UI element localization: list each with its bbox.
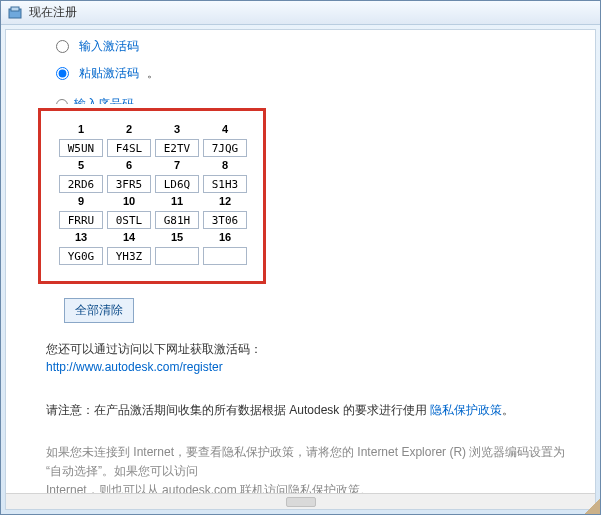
code-cell-input[interactable] <box>203 247 247 265</box>
code-header: 16 <box>203 231 247 245</box>
scrollbar-thumb[interactable] <box>286 497 316 507</box>
code-header: 15 <box>155 231 199 245</box>
code-cell-input[interactable] <box>107 211 151 229</box>
radio-paste-code-label: 粘贴激活码 <box>79 65 139 82</box>
code-header: 10 <box>107 195 151 209</box>
code-cell-input[interactable] <box>203 139 247 157</box>
horizontal-scrollbar[interactable] <box>6 493 595 509</box>
code-cell-input[interactable] <box>203 211 247 229</box>
code-cell-input[interactable] <box>59 247 103 265</box>
code-cell-input[interactable] <box>59 211 103 229</box>
content-area: 输入激活码 粘贴激活码。 输入序号码 输入序号码 123456789101112… <box>5 29 596 510</box>
radio-enter-code-input[interactable] <box>56 40 69 53</box>
code-cell-input[interactable] <box>107 139 151 157</box>
notice-suffix: 。 <box>502 403 514 417</box>
gray-line1: 如果您未连接到 Internet，要查看隐私保护政策，请将您的 Internet… <box>46 443 575 481</box>
info-line1: 您还可以通过访问以下网址获取激活码： <box>46 341 575 358</box>
window-title: 现在注册 <box>29 4 77 21</box>
app-window: 现在注册 输入激活码 粘贴激活码。 输入序号码 输入序号码 1234567891… <box>0 0 601 515</box>
radio-partial: 输入序号码 <box>42 96 575 104</box>
gray-info: 如果您未连接到 Internet，要查看隐私保护政策，请将您的 Internet… <box>46 443 575 501</box>
code-header: 14 <box>107 231 151 245</box>
code-header: 5 <box>59 159 103 173</box>
code-cell-input[interactable] <box>107 247 151 265</box>
code-cell-input[interactable] <box>155 175 199 193</box>
clear-all-button[interactable]: 全部清除 <box>64 298 134 323</box>
code-cell-input[interactable] <box>155 211 199 229</box>
code-header: 1 <box>59 123 103 137</box>
svg-rect-1 <box>11 7 19 11</box>
code-header: 3 <box>155 123 199 137</box>
code-cell-input[interactable] <box>59 175 103 193</box>
code-header: 13 <box>59 231 103 245</box>
code-header: 7 <box>155 159 199 173</box>
code-cell-input[interactable] <box>155 247 199 265</box>
code-cell-input[interactable] <box>107 175 151 193</box>
app-icon <box>7 5 23 21</box>
radio-paste-code[interactable]: 粘贴激活码。 <box>42 65 575 82</box>
radio-paste-code-input[interactable] <box>56 67 69 80</box>
code-header: 2 <box>107 123 151 137</box>
code-header: 8 <box>203 159 247 173</box>
code-cell-input[interactable] <box>59 139 103 157</box>
code-header: 12 <box>203 195 247 209</box>
code-header: 11 <box>155 195 199 209</box>
code-header: 9 <box>59 195 103 209</box>
resize-grip[interactable] <box>584 498 600 514</box>
register-url-link[interactable]: http://www.autodesk.com/register <box>46 360 223 374</box>
titlebar: 现在注册 <box>1 1 600 25</box>
radio-enter-code[interactable]: 输入激活码 <box>42 38 575 55</box>
info-block: 您还可以通过访问以下网址获取激活码： http://www.autodesk.c… <box>46 341 575 374</box>
code-header: 6 <box>107 159 151 173</box>
code-cell-input[interactable] <box>155 139 199 157</box>
notice-line: 请注意：在产品激活期间收集的所有数据根据 Autodesk 的要求进行使用 隐私… <box>46 402 575 419</box>
code-cell-input[interactable] <box>203 175 247 193</box>
radio-enter-code-label: 输入激活码 <box>79 38 139 55</box>
code-header: 4 <box>203 123 247 137</box>
activation-code-grid: 12345678910111213141516 <box>38 108 266 284</box>
privacy-link-1[interactable]: 隐私保护政策 <box>430 403 502 417</box>
notice-prefix: 请注意：在产品激活期间收集的所有数据根据 Autodesk 的要求进行使用 <box>46 403 430 417</box>
